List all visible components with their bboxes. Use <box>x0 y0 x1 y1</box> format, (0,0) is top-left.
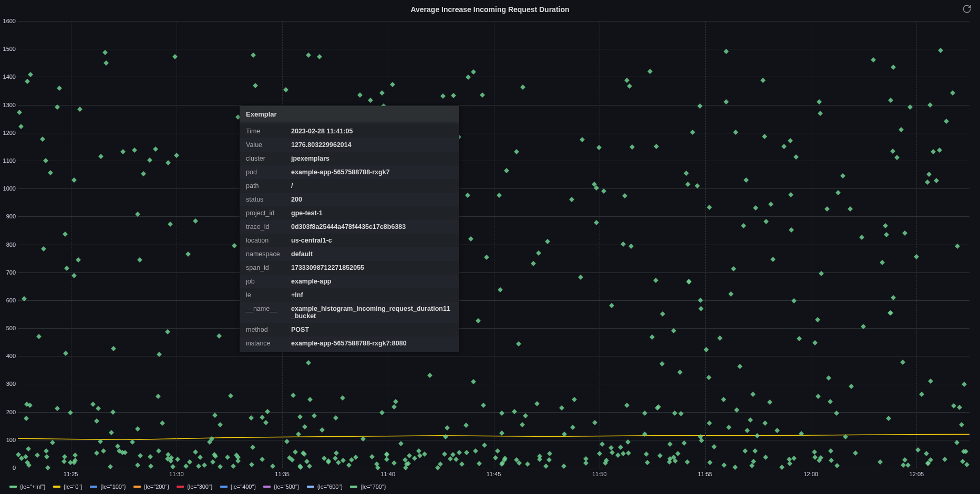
tooltip-key: method <box>246 326 291 333</box>
x-tick: 11:30 <box>169 471 184 477</box>
tooltip-key: cluster <box>246 155 291 162</box>
tooltip-key: span_id <box>246 264 291 271</box>
legend-swatch <box>350 486 357 488</box>
x-tick: 12:00 <box>803 471 818 477</box>
tooltip-value: 2023-02-28 11:41:05 <box>291 128 353 135</box>
tooltip-key: status <box>246 196 291 203</box>
tooltip-key: job <box>246 278 291 285</box>
exemplar-tooltip: Exemplar Time2023-02-28 11:41:05Value127… <box>240 106 459 352</box>
tooltip-key: instance <box>246 340 291 347</box>
legend-label: {le="200"} <box>144 484 170 490</box>
y-tick: 600 <box>2 297 16 303</box>
tooltip-title: Exemplar <box>240 106 459 122</box>
legend-swatch <box>9 486 17 488</box>
chart-title: Average Increase Incoming Request Durati… <box>0 5 980 14</box>
legend-swatch <box>307 486 314 488</box>
legend-item[interactable]: {le="400"} <box>220 484 256 490</box>
gridline-v <box>71 21 71 468</box>
legend: {le="+Inf"}{le="0"}{le="100"}{le="200"}{… <box>9 484 969 490</box>
y-tick: 800 <box>2 241 16 248</box>
legend-label: {le="0"} <box>64 484 82 490</box>
tooltip-row: podexample-app-5657588788-rxgk7 <box>240 165 459 179</box>
tooltip-value: example-app-5657588788-rxgk7 <box>291 169 390 176</box>
tooltip-key: project_id <box>246 209 291 217</box>
tooltip-key: trace_id <box>246 223 291 230</box>
tooltip-row: Value1276.803229962014 <box>240 138 459 152</box>
tooltip-row: instanceexample-app-5657588788-rxgk7:808… <box>240 337 459 350</box>
y-tick: 100 <box>2 437 16 443</box>
y-tick: 1100 <box>2 157 16 164</box>
tooltip-row: le+Inf <box>240 288 459 302</box>
gridline-v <box>811 21 811 468</box>
tooltip-row: locationus-central1-c <box>240 234 459 247</box>
tooltip-row: methodPOST <box>240 323 459 337</box>
tooltip-row: trace_id0d303f8a25444a478f4435c17c8b6383 <box>240 220 459 234</box>
tooltip-value: 200 <box>291 196 302 203</box>
tooltip-value: 0d303f8a25444a478f4435c17c8b6383 <box>291 223 406 230</box>
gridline-v <box>177 21 177 468</box>
legend-label: {le="+Inf"} <box>20 484 46 490</box>
tooltip-value: 1276.803229962014 <box>291 141 352 149</box>
tooltip-value: 17333098712271852055 <box>291 264 364 271</box>
y-tick: 1600 <box>2 18 16 24</box>
tooltip-value: +Inf <box>291 291 303 299</box>
gridline-v <box>494 21 494 468</box>
legend-item[interactable]: {le="500"} <box>263 484 300 490</box>
x-tick: 11:50 <box>592 471 607 477</box>
legend-label: {le="400"} <box>231 484 256 490</box>
tooltip-row: span_id17333098712271852055 <box>240 261 459 275</box>
plot-area[interactable]: 0100200300400500600700800900100011001200… <box>18 21 969 468</box>
gridline-v <box>600 21 600 468</box>
legend-label: {le="500"} <box>274 484 300 490</box>
tooltip-value: POST <box>291 326 309 333</box>
legend-item[interactable]: {le="200"} <box>133 484 170 490</box>
x-tick: 12:05 <box>910 471 924 477</box>
y-tick: 0 <box>2 465 16 471</box>
legend-item[interactable]: {le="600"} <box>307 484 343 490</box>
tooltip-key: namespace <box>246 250 291 258</box>
x-tick: 11:45 <box>487 471 501 477</box>
tooltip-row: namespacedefault <box>240 247 459 261</box>
x-tick: 11:35 <box>275 471 290 477</box>
gridline-v <box>916 21 917 468</box>
legend-label: {le="700"} <box>360 484 386 490</box>
tooltip-key: location <box>246 237 291 244</box>
tooltip-row: status200 <box>240 193 459 206</box>
y-tick: 1400 <box>2 73 16 80</box>
legend-swatch <box>133 486 141 488</box>
tooltip-row: clusterjpexemplars <box>240 152 459 165</box>
tooltip-key: __name__ <box>246 305 291 320</box>
y-tick: 700 <box>2 269 16 276</box>
legend-label: {le="100"} <box>100 484 126 490</box>
y-tick: 1000 <box>2 185 16 192</box>
x-tick: 11:25 <box>64 471 78 477</box>
y-tick: 1500 <box>2 46 16 52</box>
tooltip-value: default <box>291 250 313 258</box>
tooltip-value: jpexemplars <box>291 155 329 162</box>
tooltip-key: le <box>246 291 291 299</box>
gridline-h <box>18 468 969 468</box>
legend-item[interactable]: {le="700"} <box>350 484 386 490</box>
legend-swatch <box>263 486 271 488</box>
tooltip-key: Time <box>246 128 291 135</box>
x-tick: 11:55 <box>698 471 713 477</box>
tooltip-value: us-central1-c <box>291 237 332 244</box>
tooltip-value: example-app <box>291 278 331 285</box>
legend-item[interactable]: {le="0"} <box>53 484 82 490</box>
legend-item[interactable]: {le="300"} <box>177 484 213 490</box>
y-tick: 1200 <box>2 130 16 136</box>
legend-label: {le="600"} <box>317 484 343 490</box>
legend-label: {le="300"} <box>187 484 213 490</box>
legend-item[interactable]: {le="100"} <box>90 484 126 490</box>
tooltip-key: pod <box>246 169 291 176</box>
gridline-v <box>705 21 706 468</box>
legend-swatch <box>90 486 97 488</box>
tooltip-value: example-app-5657588788-rxgk7:8080 <box>291 340 407 347</box>
y-tick: 200 <box>2 409 16 415</box>
chart-panel: Average Increase Incoming Request Durati… <box>0 0 980 494</box>
legend-item[interactable]: {le="+Inf"} <box>9 484 46 490</box>
y-tick: 1300 <box>2 102 16 108</box>
refresh-icon[interactable] <box>962 4 972 14</box>
tooltip-row: jobexample-app <box>240 275 459 288</box>
tooltip-row: __name__example_histogram_incoming_reque… <box>240 302 459 323</box>
